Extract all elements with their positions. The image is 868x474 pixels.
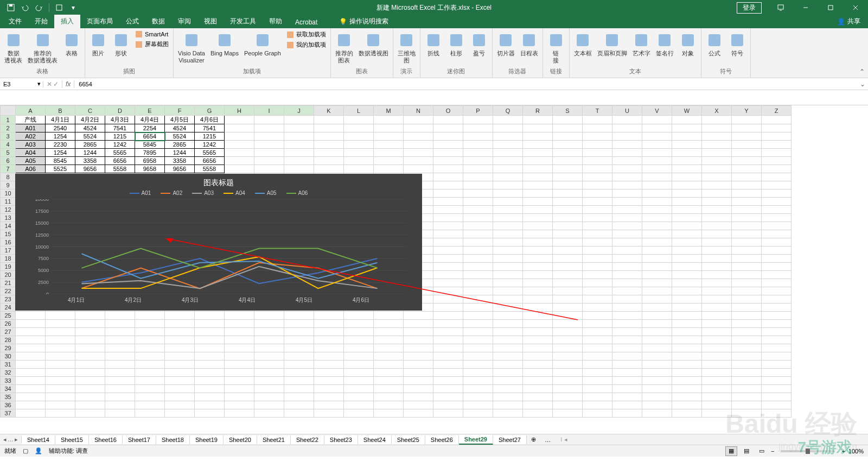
cell-N7[interactable]	[404, 165, 433, 173]
cell-G26[interactable]	[195, 320, 225, 328]
cell-O16[interactable]	[433, 238, 463, 247]
row-header-18[interactable]: 18	[1, 255, 16, 263]
cell-U5[interactable]	[612, 149, 642, 157]
cell-S19[interactable]	[553, 263, 583, 271]
cell-H37[interactable]	[225, 409, 254, 418]
cell-O30[interactable]	[433, 352, 463, 361]
cell-R5[interactable]	[523, 149, 553, 157]
cell-P20[interactable]	[463, 271, 493, 279]
cell-I5[interactable]	[254, 149, 284, 157]
cell-P34[interactable]	[463, 385, 493, 393]
cell-Z15[interactable]	[762, 230, 792, 238]
sheet-more-icon[interactable]: …	[540, 437, 555, 443]
cell-H3[interactable]	[225, 132, 254, 141]
cell-D27[interactable]	[105, 328, 135, 336]
cell-T20[interactable]	[583, 271, 612, 279]
col-header-Z[interactable]: Z	[762, 106, 792, 116]
col-header-H[interactable]: H	[225, 106, 254, 116]
cell-T32[interactable]	[583, 369, 612, 377]
cell-W22[interactable]	[672, 287, 702, 295]
cell-T3[interactable]	[583, 132, 612, 141]
cell-D4[interactable]: 1242	[105, 141, 135, 149]
cell-P24[interactable]	[463, 304, 493, 312]
cell-P2[interactable]	[463, 124, 493, 132]
cell-N29[interactable]	[404, 344, 433, 352]
cell-G27[interactable]	[195, 328, 225, 336]
cell-A27[interactable]	[16, 328, 46, 336]
cell-P5[interactable]	[463, 149, 493, 157]
fx-icon[interactable]: fx	[62, 80, 74, 88]
sheet-next-icon[interactable]: ▸	[15, 436, 18, 443]
cell-F28[interactable]	[165, 336, 195, 344]
cell-L27[interactable]	[344, 328, 374, 336]
cell-S18[interactable]	[553, 255, 583, 263]
cell-Z11[interactable]	[762, 198, 792, 206]
cell-U17[interactable]	[612, 247, 642, 255]
col-header-J[interactable]: J	[284, 106, 314, 116]
cell-Z34[interactable]	[762, 385, 792, 393]
cell-J37[interactable]	[284, 409, 314, 418]
cell-L33[interactable]	[344, 377, 374, 385]
cell-B4[interactable]: 2230	[46, 141, 75, 149]
cell-A30[interactable]	[16, 352, 46, 361]
cell-M2[interactable]	[374, 124, 404, 132]
cell-X27[interactable]	[702, 328, 732, 336]
cell-Z10[interactable]	[762, 189, 792, 198]
cell-B5[interactable]: 1254	[46, 149, 75, 157]
cell-N31[interactable]	[404, 361, 433, 369]
cell-S35[interactable]	[553, 393, 583, 401]
cell-Z3[interactable]	[762, 132, 792, 141]
cell-U34[interactable]	[612, 385, 642, 393]
cell-A28[interactable]	[16, 336, 46, 344]
zoom-out-icon[interactable]: −	[771, 448, 774, 454]
cell-W16[interactable]	[672, 238, 702, 247]
cell-C2[interactable]: 4524	[75, 124, 105, 132]
cell-F2[interactable]: 4524	[165, 124, 195, 132]
cell-O12[interactable]	[433, 206, 463, 214]
cell-I7[interactable]	[254, 165, 284, 173]
cell-C28[interactable]	[75, 336, 105, 344]
cell-P4[interactable]	[463, 141, 493, 149]
cell-I30[interactable]	[254, 352, 284, 361]
cell-Q4[interactable]	[493, 141, 523, 149]
cell-R21[interactable]	[523, 279, 553, 287]
cell-Q6[interactable]	[493, 157, 523, 165]
cell-N4[interactable]	[404, 141, 433, 149]
cell-N2[interactable]	[404, 124, 433, 132]
cell-S20[interactable]	[553, 271, 583, 279]
cell-R34[interactable]	[523, 385, 553, 393]
cell-H33[interactable]	[225, 377, 254, 385]
cell-Q7[interactable]	[493, 165, 523, 173]
cell-Z12[interactable]	[762, 206, 792, 214]
cell-V3[interactable]	[642, 132, 672, 141]
cell-W6[interactable]	[672, 157, 702, 165]
cell-P27[interactable]	[463, 328, 493, 336]
cell-Q14[interactable]	[493, 222, 523, 230]
cell-M34[interactable]	[374, 385, 404, 393]
cell-J31[interactable]	[284, 361, 314, 369]
cell-O15[interactable]	[433, 230, 463, 238]
cell-F37[interactable]	[165, 409, 195, 418]
cell-C1[interactable]: 4月2日	[75, 116, 105, 124]
cell-U14[interactable]	[612, 222, 642, 230]
cell-I28[interactable]	[254, 336, 284, 344]
cell-S4[interactable]	[553, 141, 583, 149]
cell-D3[interactable]: 1215	[105, 132, 135, 141]
ribbon-btn-艺术字[interactable]: 艺术字	[630, 29, 653, 66]
ribbon-btn-推荐的数据透视表[interactable]: 推荐的 数据透视表	[25, 29, 60, 66]
tab-文件[interactable]: 文件	[2, 15, 28, 28]
cell-O21[interactable]	[433, 279, 463, 287]
cell-E4[interactable]: 5845	[135, 141, 165, 149]
cell-B32[interactable]	[46, 369, 75, 377]
cell-K27[interactable]	[314, 328, 344, 336]
cell-Z9[interactable]	[762, 181, 792, 189]
cell-T6[interactable]	[583, 157, 612, 165]
cell-M35[interactable]	[374, 393, 404, 401]
cell-Z5[interactable]	[762, 149, 792, 157]
cell-S11[interactable]	[553, 198, 583, 206]
cell-P16[interactable]	[463, 238, 493, 247]
cell-L30[interactable]	[344, 352, 374, 361]
cell-T26[interactable]	[583, 320, 612, 328]
cell-X3[interactable]	[702, 132, 732, 141]
zoom-in-icon[interactable]: +	[841, 448, 845, 454]
